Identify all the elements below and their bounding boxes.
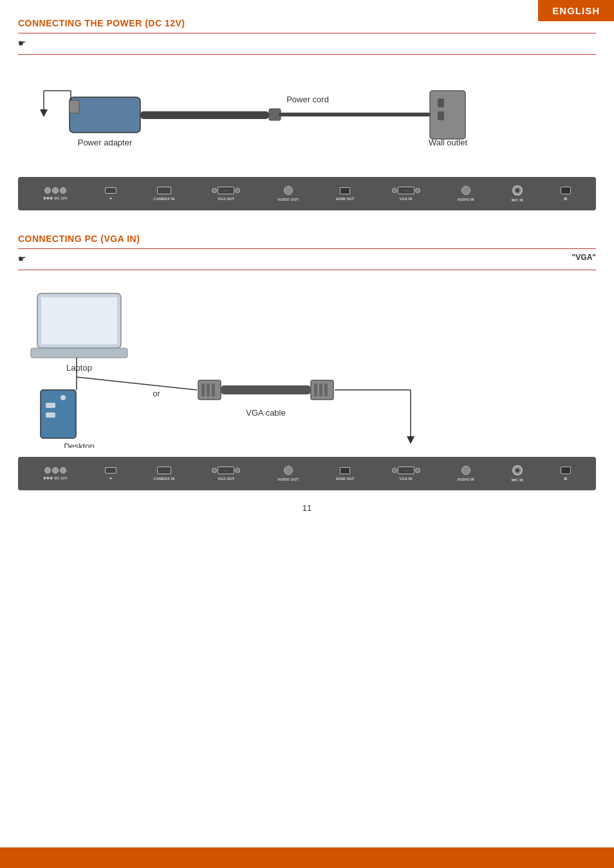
port-vga-in: ··· VGA IN [392,187,420,201]
note-icon-2: ☛ [18,254,26,264]
svg-text:Power cord: Power cord [286,95,329,104]
svg-rect-20 [46,412,55,418]
port-audio-in: AUDIO IN [457,186,474,201]
svg-text:or: or [153,389,160,398]
divider-mid [18,54,596,55]
connector-bar-1: ⊕⊕⊕ DC 12V ◄ CAMERA IN ··· VGA OUT AUDIO… [18,177,596,210]
port-mic-in: MIC IN [512,185,523,202]
port2-hdmi-out: HDMI OUT [336,467,355,481]
vga-diagram-svg: Laptop Desktop or VGA cable [18,281,596,448]
port2-network: ⊞ [561,466,571,481]
svg-text:VGA cable: VGA cable [246,408,285,418]
power-diagram-svg: Power adapter Power cord Wall outlet [18,65,596,168]
svg-rect-32 [324,383,328,396]
section2-vga-highlight: "VGA" [572,253,596,262]
svg-rect-0 [70,97,140,133]
note-icon-1: ☛ [18,38,26,48]
vga-diagram-area: Laptop Desktop or VGA cable [18,281,596,450]
port2-audio-out: AUDIO OUT [277,466,299,481]
page-number: 11 [302,503,312,513]
svg-text:Laptop: Laptop [66,363,92,373]
footer-bar [0,847,614,868]
svg-point-21 [60,395,66,400]
port2-usb: ◄ [105,467,116,480]
svg-rect-28 [221,385,311,394]
port2-dc12v: ⊕⊕⊕ DC 12V [43,467,68,480]
divider-section2-top [18,248,596,249]
svg-rect-26 [207,383,210,396]
port-usb: ◄ [105,187,116,200]
section2-note-row: ☛ "VGA" [18,253,596,267]
port-network: ⊞ [561,187,571,201]
svg-rect-1 [70,100,79,113]
divider-top [18,33,596,33]
svg-rect-9 [438,111,444,120]
port2-camera-in: CAMERA IN [154,466,175,481]
port-audio-out: AUDIO OUT [277,186,299,201]
svg-rect-5 [140,111,269,119]
svg-rect-7 [430,91,465,139]
port-camera-in: CAMERA IN [154,187,175,201]
svg-rect-8 [438,98,444,107]
svg-rect-15 [41,297,117,344]
svg-rect-19 [46,403,55,408]
section1-note-row: ☛ [18,37,596,51]
svg-text:Desktop: Desktop [64,441,95,448]
svg-rect-25 [201,383,205,396]
svg-text:Wall outlet: Wall outlet [429,138,468,147]
port2-vga-out: ··· VGA OUT [212,466,240,481]
power-diagram-area: Power adapter Power cord Wall outlet [18,65,596,171]
svg-rect-30 [314,383,317,396]
section1-title: CONNECTING THE POWER (DC 12V) [18,18,614,28]
svg-rect-27 [212,383,215,396]
section2-title: CONNECTING PC (VGA IN) [18,234,614,244]
port2-audio-in: AUDIO IN [457,466,474,481]
port-dc12v: ⊕⊕⊕ DC 12V [43,187,68,200]
svg-text:Power adapter: Power adapter [78,138,133,147]
svg-rect-16 [31,348,127,358]
svg-line-35 [77,377,197,390]
connector-bar-2: ⊕⊕⊕ DC 12V ◄ CAMERA IN ··· VGA OUT AUDIO… [18,457,596,490]
port-hdmi-out: HDMI OUT [336,187,355,201]
svg-rect-31 [319,383,322,396]
divider-section2-mid [18,270,596,270]
port-vga-out: ··· VGA OUT [212,187,240,201]
english-badge: ENGLISH [538,0,614,21]
port2-vga-in: ··· VGA IN [392,466,420,481]
port2-mic-in: MIC IN [512,465,523,482]
